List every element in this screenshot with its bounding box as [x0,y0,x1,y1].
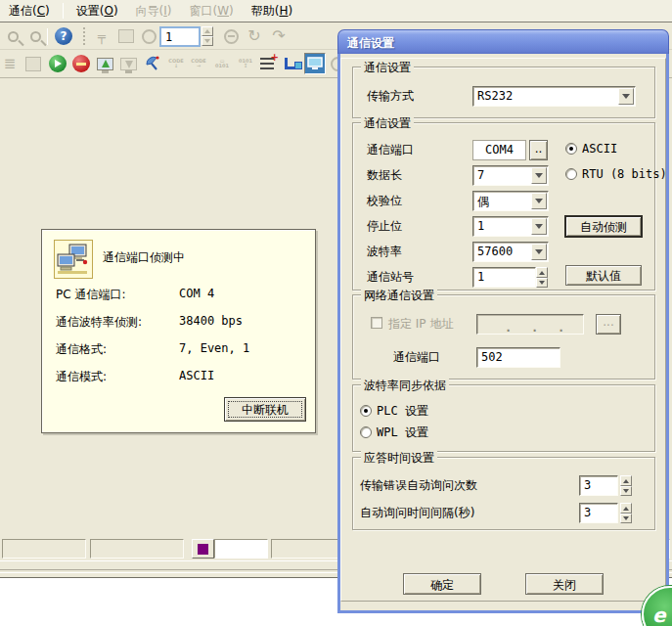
chevron-down-icon[interactable] [531,244,547,260]
group-title: 波特率同步依据 [361,378,449,394]
transfer-type-value: RS232 [477,89,513,103]
menu-bar: 通信(C) 设置(O) 向导(I) 窗口(W) 帮助(H) [0,0,672,22]
menu-separator [63,3,64,19]
upload-from-plc-icon [118,54,138,73]
transfer-type-label: 传输方式 [367,86,414,106]
menu-window: 窗口(W) [181,0,243,22]
toolbar-separator [83,27,85,45]
monitor-edit-icon[interactable] [282,54,301,73]
default-values-button[interactable]: 默认值 [565,265,642,286]
zoom-in-icon [3,26,22,46]
zoom-out-icon [25,26,45,46]
menu-communication[interactable]: 通信(C) [0,0,59,22]
stack-icon: ≣ [0,54,20,73]
spin-down-icon[interactable] [536,278,548,288]
chevron-down-icon[interactable] [531,193,547,209]
data-length-label: 数据长 [367,165,402,185]
menu-label: ) [288,4,292,18]
menu-help[interactable]: 帮助(H) [243,0,301,22]
ip-dot: . [531,321,538,335]
parity-value: 偶 [477,194,489,210]
ok-button[interactable]: 确定 [403,573,481,595]
edit-registers-icon[interactable] [258,54,278,73]
stop-plc-icon[interactable] [71,54,91,73]
detect-row-label: 通信波特率侦测: [56,314,142,331]
window-icon [23,54,43,73]
menu-label: ) [113,4,118,18]
station-stepper[interactable] [536,267,548,288]
query-interval-input[interactable]: 3 [579,503,618,523]
screen: 通信(C) 设置(O) 向导(I) 窗口(W) 帮助(H) ? ╤ ↻ ↷ [0,0,672,626]
close-button[interactable]: 关闭 [525,573,604,595]
monitor-glyph [307,57,323,70]
interrupt-connection-button[interactable]: 中断联机 [224,397,306,422]
menu-hotkey: O [104,4,112,18]
station-input[interactable]: 1 [472,267,536,288]
spin-up-icon[interactable] [202,26,213,36]
ip-dot: . [505,321,512,335]
run-plc-icon[interactable] [48,54,67,73]
plc-setting-label[interactable]: PLC 设置 [377,404,428,418]
transfer-type-select[interactable]: RS232 [472,86,636,107]
retry-count-stepper[interactable] [620,475,632,496]
menu-label: 向导( [136,4,164,18]
stop-bits-label: 停止位 [367,216,402,236]
download-to-plc-icon[interactable] [95,54,114,73]
status-edit-box [214,539,268,559]
ip-address-input: . . . [476,314,584,335]
auto-detect-button[interactable]: 自动侦测 [565,216,642,237]
menu-hotkey: W [217,4,229,18]
rtu-radio[interactable] [565,168,577,180]
chevron-down-icon[interactable] [531,218,547,235]
network-port-input[interactable]: 502 [476,347,560,368]
code-download-icon: CODE↓ [166,54,186,73]
baud-rate-value: 57600 [477,245,513,258]
detect-row-value: 7, Even, 1 [179,341,249,355]
spin-up-icon[interactable] [536,267,548,278]
parity-label: 校验位 [367,191,402,210]
query-interval-stepper[interactable] [620,503,632,523]
ascii-radio[interactable] [565,143,577,155]
rtu-radio-label[interactable]: RTU (8 bits) [582,167,667,181]
spin-up-icon[interactable] [620,503,632,514]
page-number-stepper[interactable] [202,26,213,46]
chevron-down-icon[interactable] [531,167,547,184]
spin-down-icon[interactable] [620,514,632,523]
wpl-setting-label[interactable]: WPL 设置 [377,425,428,439]
communication-satellite-icon[interactable] [143,54,162,73]
group-title: 应答时间设置 [361,450,437,467]
retry-count-input[interactable]: 3 [579,475,618,496]
spin-up-icon[interactable] [620,475,632,486]
bits-download-icon: 0101↧ [236,54,255,73]
remove-icon [221,26,241,46]
query-interval-label: 自动询问时间间隔(秒) [360,503,474,522]
baud-rate-select[interactable]: 57600 [472,242,549,262]
online-monitor-icon[interactable] [304,53,326,74]
chevron-down-icon[interactable] [618,88,634,105]
help-icon[interactable]: ? [54,26,73,46]
dialog-titlebar[interactable]: 通信设置 [337,29,669,54]
stop-bits-select[interactable]: 1 [472,216,549,237]
group-baud-sync: 波特率同步依据 [352,384,655,452]
menu-label: 通信( [9,4,37,18]
spin-down-icon[interactable] [620,486,632,496]
menu-settings[interactable]: 设置(O) [67,0,127,22]
assign-ip-checkbox [371,317,382,329]
status-color-button[interactable] [192,539,214,559]
menu-label: 设置( [76,4,105,18]
assign-ip-label: 指定 IP 地址 [388,314,453,334]
parity-select[interactable]: 偶 [472,191,549,211]
spin-down-icon[interactable] [202,36,213,46]
ladder-tool-icon: ╤ [92,26,112,46]
monitor-bits-icon: ▭0101 [212,54,232,73]
data-length-select[interactable]: 7 [472,165,549,186]
group-title: 网络通信设置 [361,288,437,304]
wpl-setting-radio[interactable] [360,426,372,438]
ascii-radio-label[interactable]: ASCII [582,142,617,156]
plc-setting-radio[interactable] [360,405,372,417]
detect-row-label: 通信模式: [56,369,107,385]
page-number-input[interactable] [159,26,201,47]
schedule-tool-icon [116,26,136,46]
com-port-browse-button[interactable]: .. [529,140,548,160]
detect-row-label: PC 通信端口: [56,287,125,303]
